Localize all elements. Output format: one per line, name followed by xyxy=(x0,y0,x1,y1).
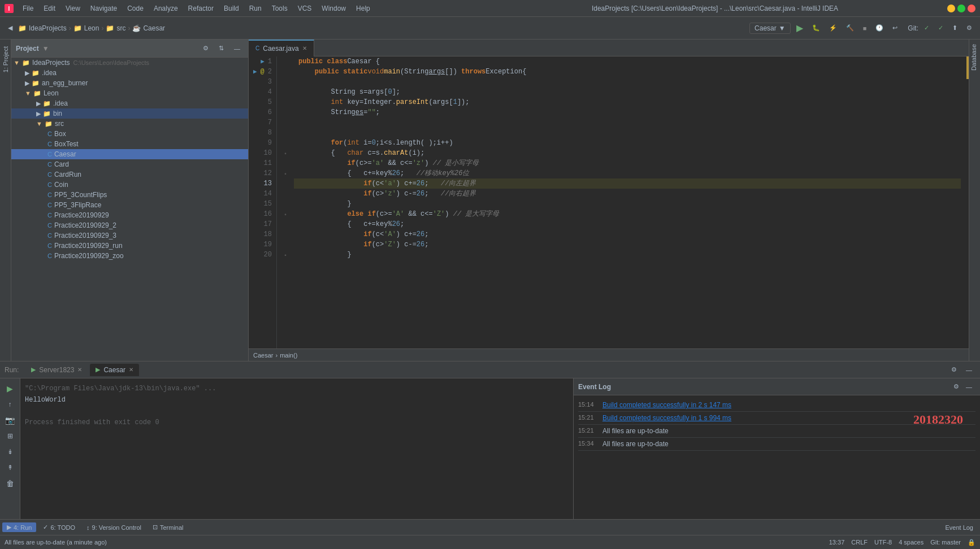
status-indent[interactable]: 4 spaces xyxy=(899,539,923,546)
event-link-2[interactable]: Build completed successfully in 1 s 994 … xyxy=(602,414,731,422)
settings-button[interactable]: ⚙ xyxy=(963,23,975,33)
caesar-tab-close[interactable]: ✕ xyxy=(129,367,133,373)
database-tab[interactable]: Database xyxy=(969,40,980,75)
scroll-all-btn[interactable]: ⊞ xyxy=(3,429,17,443)
maximize-button[interactable] xyxy=(957,5,965,12)
build-button[interactable]: 🔨 xyxy=(843,23,857,33)
server-tab-close[interactable]: ✕ xyxy=(77,367,82,373)
tree-card[interactable]: C Card xyxy=(11,159,248,169)
tree-boxtest[interactable]: C BoxTest xyxy=(11,139,248,149)
code-content[interactable]: public class Caesar { public static void… xyxy=(294,56,961,348)
tree-practice-zoo[interactable]: C Practice20190929_zoo xyxy=(11,251,248,261)
menu-file[interactable]: File xyxy=(18,3,38,14)
tree-practice3[interactable]: C Practice20190929_3 xyxy=(11,230,248,241)
scroll-up2-btn[interactable]: ↟ xyxy=(3,461,17,474)
tree-egg[interactable]: ▶ 📁 an_egg_burner xyxy=(11,78,248,88)
tree-practice-run[interactable]: C Practice20190929_run xyxy=(11,241,248,251)
menu-view[interactable]: View xyxy=(61,3,85,14)
tree-root[interactable]: ▼ 📁 IdeaProjects C:\Users\Leon\IdeaProje… xyxy=(11,58,248,68)
tab-caesar-run[interactable]: ▶ Caesar ✕ xyxy=(90,364,139,376)
menu-navigate[interactable]: Navigate xyxy=(86,3,122,14)
git-checkmark-1[interactable]: ✓ xyxy=(921,23,933,33)
status-line-sep[interactable]: CRLF xyxy=(851,539,868,546)
menu-tools[interactable]: Tools xyxy=(267,3,292,14)
project-sidebar-tab[interactable]: 1: Project xyxy=(1,42,10,77)
event-log-toolbar-btn[interactable]: Event Log xyxy=(940,523,978,532)
git-push-button[interactable]: ⬆ xyxy=(949,23,961,33)
tree-pp5-3countflips[interactable]: C PP5_3CountFlips xyxy=(11,190,248,200)
tree-leon-idea[interactable]: ▶ 📁 .idea xyxy=(11,98,248,108)
event-log-hide[interactable]: — xyxy=(962,382,975,392)
tree-practice1[interactable]: C Practice20190929 xyxy=(11,210,248,220)
breadcrumb-caesar[interactable]: ☕ Caesar xyxy=(132,24,165,32)
bottom-tabs: Run: ▶ Server1823 ✕ ▶ Caesar ✕ ⚙ — xyxy=(0,361,980,378)
menu-run[interactable]: Run xyxy=(245,3,266,14)
trash-btn[interactable]: 🗑 xyxy=(3,477,17,490)
project-sort-icon[interactable]: ⇅ xyxy=(215,43,227,54)
camera-btn[interactable]: 📷 xyxy=(3,413,17,427)
tab-caesar[interactable]: C Caesar.java ✕ xyxy=(249,40,314,56)
tree-practice2[interactable]: C Practice20190929_2 xyxy=(11,220,248,230)
project-tree[interactable]: ▼ 📁 IdeaProjects C:\Users\Leon\IdeaProje… xyxy=(11,58,248,361)
breadcrumb-leon[interactable]: 📁 Leon xyxy=(73,24,99,32)
menu-vcs[interactable]: VCS xyxy=(293,3,316,14)
menu-analyze[interactable]: Analyze xyxy=(149,3,183,14)
tree-leon[interactable]: ▼ 📁 Leon xyxy=(11,88,248,98)
terminal-toolbar-btn[interactable]: ⊡ Terminal xyxy=(148,522,188,532)
todo-toolbar-btn[interactable]: ✓ 6: TODO xyxy=(38,522,80,532)
vcs-toolbar-btn[interactable]: ↕ 9: Version Control xyxy=(82,523,146,532)
menu-refactor[interactable]: Refactor xyxy=(184,3,218,14)
menu-window[interactable]: Window xyxy=(317,3,350,14)
stop-button[interactable]: ■ xyxy=(860,23,870,33)
tab-caesar-close[interactable]: ✕ xyxy=(302,45,307,51)
run-button[interactable]: ▶ xyxy=(793,21,806,35)
revert-button[interactable]: ↩ xyxy=(889,23,901,33)
run-configuration[interactable]: Caesar ▼ xyxy=(749,23,791,34)
run-hide-btn[interactable]: — xyxy=(962,365,975,375)
tree-src[interactable]: ▼ 📁 src xyxy=(11,119,248,129)
menu-help[interactable]: Help xyxy=(352,3,375,14)
git-checkmark-2[interactable]: ✓ xyxy=(935,23,947,33)
history-button[interactable]: 🕐 xyxy=(872,23,887,33)
gutter-13 xyxy=(277,178,294,189)
back-button[interactable]: ◀ xyxy=(5,23,16,33)
code-line-9: for(int i=0;i<s.length( );i++) xyxy=(294,138,961,148)
tree-coin[interactable]: C Coin xyxy=(11,180,248,190)
bin-expand: ▶ xyxy=(36,110,41,117)
tree-box[interactable]: C Box xyxy=(11,129,248,139)
play-btn[interactable]: ▶ xyxy=(3,382,17,395)
main-layout: 1: Project Project ▼ ⚙ ⇅ — ▼ 📁 IdeaProje… xyxy=(0,40,980,361)
tree-cardrun[interactable]: C CardRun xyxy=(11,169,248,180)
menu-edit[interactable]: Edit xyxy=(39,3,60,14)
run-process-done: Process finished with exit code 0 xyxy=(25,417,569,428)
leon-idea-expand: ▶ xyxy=(36,100,41,107)
status-position[interactable]: 13:37 xyxy=(829,539,845,546)
tree-idea[interactable]: ▶ 📁 .idea xyxy=(11,68,248,78)
status-vcs[interactable]: Git: master xyxy=(930,539,961,546)
event-log-settings[interactable]: ⚙ xyxy=(950,381,962,392)
project-gear-icon[interactable]: ⚙ xyxy=(200,43,212,54)
tab-server1823[interactable]: ▶ Server1823 ✕ xyxy=(25,364,88,376)
menu-code[interactable]: Code xyxy=(123,3,148,14)
status-encoding[interactable]: UTF-8 xyxy=(874,539,892,546)
window-controls[interactable] xyxy=(947,5,975,12)
project-collapse-icon[interactable]: — xyxy=(231,43,244,54)
coverage-button[interactable]: ⚡ xyxy=(826,23,840,33)
breadcrumb-src[interactable]: 📁 src xyxy=(106,24,125,32)
right-scrollbar[interactable] xyxy=(961,56,969,348)
tree-pp5-3fliprace[interactable]: C PP5_3FlipRace xyxy=(11,200,248,210)
tree-bin[interactable]: ▶ 📁 bin xyxy=(11,108,248,119)
run-settings-btn[interactable]: ⚙ xyxy=(948,364,960,375)
folder-icon: 📁 xyxy=(18,24,27,32)
event-link-1[interactable]: Build completed successfully in 2 s 147 … xyxy=(602,401,731,409)
menu-bar[interactable]: File Edit View Navigate Code Analyze Ref… xyxy=(18,3,483,14)
scroll-end-btn[interactable]: ↡ xyxy=(3,445,17,459)
scroll-up-btn[interactable]: ↑ xyxy=(3,398,17,411)
menu-build[interactable]: Build xyxy=(219,3,244,14)
run-toolbar-btn[interactable]: ▶ 4: Run xyxy=(2,522,36,532)
minimize-button[interactable] xyxy=(947,5,955,12)
breadcrumb-ideaprojects[interactable]: 📁 IdeaProjects xyxy=(18,24,67,32)
close-button[interactable] xyxy=(968,5,975,12)
debug-button[interactable]: 🐛 xyxy=(809,23,823,33)
tree-caesar[interactable]: C Caesar xyxy=(11,149,248,159)
